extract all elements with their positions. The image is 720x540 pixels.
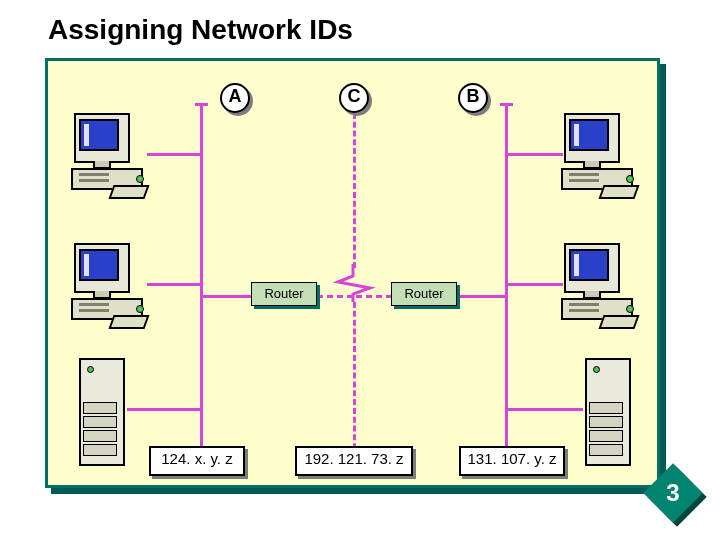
tap: [127, 408, 202, 411]
ip-text: 192. 121. 73. z: [300, 450, 407, 467]
segment-label-c: C: [339, 83, 369, 113]
slide-title: Assigning Network IDs: [48, 14, 353, 46]
computer-icon: [561, 243, 639, 333]
tap: [508, 283, 563, 286]
server-icon: [585, 358, 633, 468]
ip-text: 124. x. y. z: [157, 450, 236, 467]
segment-a-bus: [200, 103, 203, 458]
segment-label-b: B: [458, 83, 488, 113]
segment-label-a: A: [220, 83, 250, 113]
ip-label-c: 192. 121. 73. z: [295, 446, 413, 476]
ip-label-b: 131. 107. y. z: [459, 446, 565, 476]
tap-dashed: [356, 295, 392, 298]
ip-text: 131. 107. y. z: [464, 450, 561, 467]
tap: [147, 153, 202, 156]
router-label: Router: [251, 282, 317, 306]
segment-label-text: A: [229, 86, 242, 106]
router-b: Router: [391, 282, 457, 310]
slide-number: 3: [652, 472, 694, 514]
segment-label-text: C: [348, 86, 361, 106]
tap: [508, 153, 563, 156]
tap: [202, 295, 252, 298]
tap: [147, 283, 202, 286]
segment-b-bus: [505, 103, 508, 458]
router-label: Router: [391, 282, 457, 306]
server-icon: [79, 358, 127, 468]
segment-c-bus-bottom: [353, 302, 356, 458]
cap: [195, 103, 208, 106]
ip-label-a: 124. x. y. z: [149, 446, 245, 476]
tap: [455, 295, 505, 298]
segment-label-text: B: [467, 86, 480, 106]
tap: [508, 408, 583, 411]
computer-icon: [561, 113, 639, 203]
computer-icon: [71, 243, 149, 333]
computer-icon: [71, 113, 149, 203]
diagram-canvas: A C B Router Router: [45, 58, 660, 488]
tap-dashed: [317, 295, 353, 298]
cap: [500, 103, 513, 106]
slide: Assigning Network IDs: [0, 0, 720, 540]
router-a: Router: [251, 282, 317, 310]
slide-number-badge: 3: [652, 472, 702, 522]
segment-c-bus-top: [353, 113, 356, 268]
